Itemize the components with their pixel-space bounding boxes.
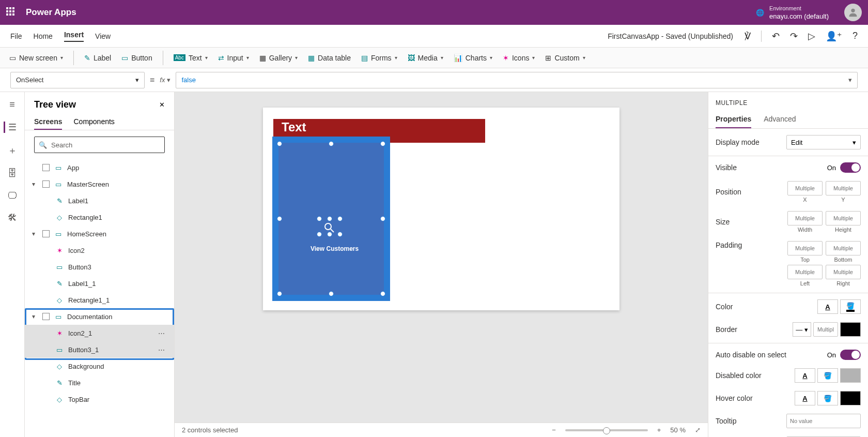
tree-item-documentation[interactable]: ▾▭Documentation (25, 308, 174, 325)
prop-border-style[interactable]: — ▾ (793, 322, 811, 337)
title-label[interactable]: Text (282, 120, 306, 134)
property-dropdown[interactable]: OnSelect▾ (10, 72, 145, 88)
resize-handle[interactable] (327, 232, 332, 237)
share-icon[interactable]: 👤⁺ (826, 31, 842, 42)
menu-home[interactable]: Home (34, 32, 53, 40)
design-screen[interactable]: Text View Customers (263, 108, 619, 310)
app-checker-icon[interactable]: ℣ (745, 31, 751, 42)
menu-insert[interactable]: Insert (64, 31, 84, 42)
avatar[interactable] (844, 4, 862, 21)
tree-item-button3[interactable]: ▭Button3 (25, 259, 174, 275)
tree-item-button3_1[interactable]: ▭Button3_1⋯ (25, 341, 174, 358)
resize-handle[interactable] (317, 216, 322, 221)
help-icon[interactable]: ? (853, 31, 858, 41)
cmd-new-screen[interactable]: ▭New screen▾ (9, 54, 63, 62)
prop-position-y[interactable] (826, 181, 861, 195)
resize-handle[interactable] (337, 232, 343, 237)
environment-picker[interactable]: 🌐 Environment enayu.com (default) (756, 4, 829, 20)
prop-disabled-fill[interactable]: 🪣 (817, 368, 838, 383)
prop-padding-top[interactable] (787, 241, 823, 255)
app-launcher-icon[interactable] (6, 7, 17, 18)
tree-item-topbar[interactable]: ◇TopBar (25, 391, 174, 408)
tree-item-app[interactable]: ▭App (25, 159, 174, 176)
cmd-charts[interactable]: 📊Charts▾ (454, 54, 492, 62)
tree-item-masterscreen[interactable]: ▾▭MasterScreen (25, 176, 174, 192)
formula-input[interactable]: false▾ (176, 72, 858, 88)
prop-padding-left[interactable] (787, 265, 823, 279)
tree-item-homescreen[interactable]: ▾▭HomeScreen (25, 225, 174, 242)
resize-handle[interactable] (380, 216, 385, 221)
prop-disabled-bg[interactable] (840, 368, 861, 383)
prop-hover-fill[interactable]: 🪣 (817, 391, 838, 405)
tree-item-icon2[interactable]: ✶Icon2 (25, 242, 174, 259)
rail-data-icon[interactable]: 🗄 (8, 168, 17, 179)
resize-handle[interactable] (277, 216, 282, 221)
prop-padding-bottom[interactable] (826, 241, 861, 255)
prop-disabled-font[interactable]: A (795, 368, 815, 383)
prop-border-color[interactable] (840, 322, 861, 337)
redo-icon[interactable]: ↷ (790, 31, 798, 42)
cmd-gallery[interactable]: ▦Gallery▾ (259, 54, 298, 62)
fit-screen-icon[interactable]: ⤢ (695, 426, 701, 434)
resize-handle[interactable] (317, 232, 322, 237)
prop-font-color[interactable]: A (817, 299, 838, 314)
resize-handle[interactable] (380, 141, 385, 146)
zoom-in-icon[interactable]: + (657, 426, 661, 434)
prop-fill-color[interactable]: 🪣 (840, 299, 861, 314)
close-icon[interactable]: ✕ (159, 101, 165, 109)
cmd-custom[interactable]: ⊞Custom▾ (545, 54, 585, 62)
tab-properties[interactable]: Properties (716, 115, 751, 128)
zoom-slider[interactable] (565, 429, 648, 431)
app-header: Power Apps 🌐 Environment enayu.com (defa… (0, 0, 868, 25)
prop-padding-right[interactable] (826, 265, 861, 279)
rail-add-icon[interactable]: ＋ (8, 144, 17, 157)
prop-autodisable-label: Auto disable on select (716, 351, 827, 359)
tab-advanced[interactable]: Advanced (764, 115, 796, 128)
cmd-forms[interactable]: ▤Forms▾ (361, 54, 397, 62)
prop-size-h[interactable] (826, 211, 861, 225)
prop-tooltip-input[interactable] (786, 414, 861, 428)
resize-handle[interactable] (277, 141, 282, 146)
prop-autodisable-toggle[interactable] (840, 350, 861, 360)
cmd-datatable[interactable]: ▦Data table (308, 54, 351, 62)
cmd-media[interactable]: 🖼Media▾ (408, 54, 443, 62)
play-icon[interactable]: ▷ (808, 31, 815, 42)
tab-screens[interactable]: Screens (34, 114, 62, 130)
resize-handle[interactable] (380, 291, 385, 296)
tree-item-rectangle1[interactable]: ◇Rectangle1 (25, 209, 174, 225)
menu-file[interactable]: File (10, 32, 22, 40)
prop-hover-bg[interactable] (840, 391, 861, 405)
cmd-button[interactable]: ▭Button (121, 54, 152, 62)
prop-border-width[interactable] (813, 322, 838, 337)
zoom-out-icon[interactable]: − (552, 426, 556, 434)
tree-item-rectangle1_1[interactable]: ◇Rectangle1_1 (25, 292, 174, 308)
resize-handle[interactable] (277, 291, 282, 296)
prop-size-w[interactable] (787, 211, 823, 225)
cmd-input[interactable]: ⇄Input▾ (218, 54, 249, 62)
fx-dropdown[interactable]: fx▾ (160, 76, 171, 84)
cmd-icons[interactable]: ✶Icons▾ (503, 54, 535, 62)
tree-item-icon2_1[interactable]: ✶Icon2_1⋯ (25, 325, 174, 341)
tree-item-label1[interactable]: ✎Label1 (25, 192, 174, 209)
resize-handle[interactable] (337, 216, 343, 221)
rail-media-icon[interactable]: 🖵 (8, 190, 17, 201)
prop-position-x[interactable] (787, 181, 823, 195)
prop-visible-toggle[interactable] (840, 162, 861, 173)
tree-item-background[interactable]: ◇Background (25, 358, 174, 374)
cmd-label[interactable]: ✎Label (84, 54, 111, 62)
resize-handle[interactable] (327, 216, 332, 221)
rail-tools-icon[interactable]: 🛠 (8, 213, 17, 223)
prop-display-mode-dropdown[interactable]: Edit▾ (786, 135, 861, 149)
tree-item-title[interactable]: ✎Title (25, 374, 174, 391)
resize-handle[interactable] (329, 141, 334, 146)
rail-tree-icon[interactable]: ☰ (4, 122, 17, 133)
menu-view[interactable]: View (95, 32, 111, 40)
tab-components[interactable]: Components (73, 114, 114, 130)
tree-item-label1_1[interactable]: ✎Label1_1 (25, 275, 174, 292)
rail-hamburger-icon[interactable]: ≡ (9, 99, 15, 110)
undo-icon[interactable]: ↶ (772, 31, 780, 42)
tree-search-input[interactable]: 🔍 Search (34, 137, 165, 153)
resize-handle[interactable] (329, 291, 334, 296)
prop-hover-font[interactable]: A (795, 391, 815, 405)
cmd-text[interactable]: AbcText▾ (174, 54, 208, 62)
